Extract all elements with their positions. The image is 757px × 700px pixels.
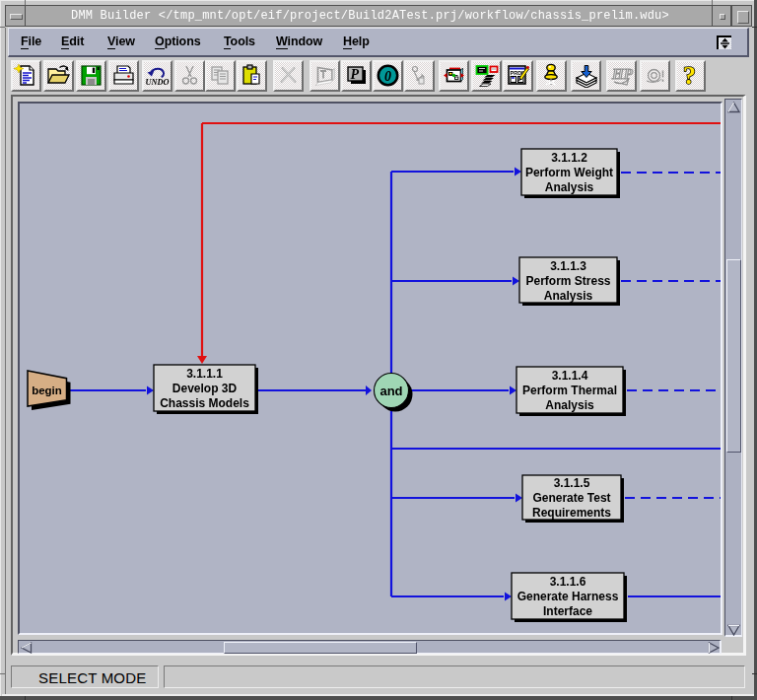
svg-text:and: and xyxy=(379,384,402,398)
svg-text:0: 0 xyxy=(384,69,391,84)
svg-text:Generate Harness: Generate Harness xyxy=(517,590,619,603)
svg-text:Analysis: Analysis xyxy=(544,289,593,303)
svg-text:UNDO: UNDO xyxy=(146,77,170,87)
svg-text:3.1.1.4: 3.1.1.4 xyxy=(552,369,588,383)
svg-text:Requirements: Requirements xyxy=(532,506,611,520)
svg-text:Analysis: Analysis xyxy=(545,180,594,194)
svg-text:begin: begin xyxy=(32,385,62,396)
svg-text:3.1.1.6: 3.1.1.6 xyxy=(550,575,586,589)
svg-text:Perform Weight: Perform Weight xyxy=(525,166,613,179)
svg-text:Chassis Models: Chassis Models xyxy=(160,396,249,410)
svg-text:3.1.1.3: 3.1.1.3 xyxy=(550,259,586,273)
svg-text:?: ? xyxy=(683,63,696,88)
svg-text:HP: HP xyxy=(611,66,634,82)
svg-text:3.1.1.1: 3.1.1.1 xyxy=(186,367,223,381)
svg-text:Perform Stress: Perform Stress xyxy=(525,274,610,288)
svg-text:P: P xyxy=(351,67,360,82)
svg-text:Interface: Interface xyxy=(543,604,592,618)
svg-text:Analysis: Analysis xyxy=(545,398,594,412)
svg-text:Generate Test: Generate Test xyxy=(532,491,610,505)
svg-text:3.1.1.2: 3.1.1.2 xyxy=(551,151,587,165)
svg-text:Develop 3D: Develop 3D xyxy=(172,382,238,395)
svg-text:3.1.1.5: 3.1.1.5 xyxy=(554,476,590,490)
svg-text:Perform Thermal: Perform Thermal xyxy=(522,384,617,397)
